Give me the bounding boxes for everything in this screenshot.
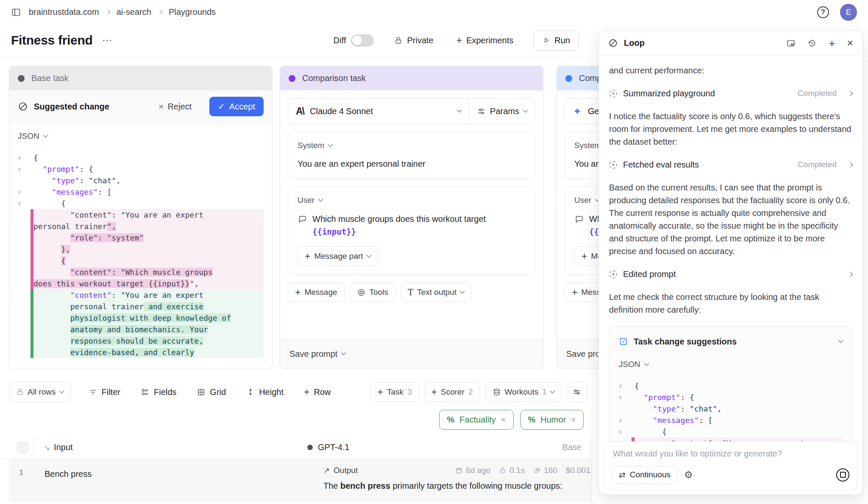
collapse-chevron-icon[interactable]: ∨ (18, 152, 31, 163)
user-role-select[interactable]: User (298, 196, 526, 205)
more-menu-icon[interactable]: ⋯ (102, 34, 112, 46)
loop-step-edited-prompt[interactable]: Edited prompt (609, 268, 852, 280)
gear-icon[interactable]: ⚙ (684, 469, 693, 480)
add-task-button[interactable]: + Task 3 (370, 382, 419, 402)
input-header-label: Input (54, 442, 72, 452)
code-line: ∨ "messages": [ (619, 414, 843, 426)
collapse-chevron-icon[interactable]: ∨ (18, 163, 31, 175)
editor-mode-select[interactable]: JSON (18, 132, 264, 141)
new-chat-icon[interactable]: + (829, 38, 835, 49)
run-button[interactable]: Run (534, 31, 579, 50)
chevron-down-icon (366, 252, 372, 258)
fields-button[interactable]: Fields (138, 387, 179, 398)
loop-step-summarized-playground[interactable]: Summarized playground Completed (609, 87, 852, 100)
gutter (18, 244, 31, 255)
experiments-button[interactable]: + Experiments (454, 35, 516, 46)
diff-bar (31, 324, 33, 335)
collapse-chevron-icon[interactable]: ∨ (619, 380, 632, 392)
system-message-card[interactable]: System You are an expert personal traine… (288, 132, 535, 179)
row-cost: $0.001 (566, 466, 590, 475)
sidebar-toggle-icon[interactable] (11, 7, 21, 17)
prompt-actions-row: + Message Tools T Text output (288, 283, 535, 302)
code-line: ∨ { (18, 198, 264, 209)
system-role-select[interactable]: System (298, 141, 526, 150)
gutter (18, 232, 31, 244)
diff-bar (31, 221, 33, 232)
humor-scorer-chip[interactable]: % Humor × (520, 410, 584, 430)
params-button[interactable]: Params (469, 98, 535, 124)
close-icon[interactable]: × (847, 37, 853, 49)
history-icon[interactable] (807, 39, 817, 48)
diff-bar (632, 380, 634, 392)
comparison-task-body: A\ Claude 4 Sonnet Params System You are… (280, 90, 543, 369)
gutter (18, 175, 31, 186)
model-column-header[interactable]: GPT-4.1 Base (307, 442, 592, 452)
table-row[interactable]: 1 Bench press ↗ Output 6d ago 0.1s 160 $… (9, 459, 592, 502)
editor-mode-select[interactable]: JSON (619, 358, 843, 371)
code-line: "type": "chat", (18, 175, 264, 186)
message-part-button[interactable]: + Message part (298, 246, 378, 266)
base-task-editor[interactable]: JSON ∨{∨ "prompt": { "type": "chat",∨ "m… (9, 123, 272, 369)
base-task-json-diff[interactable]: ∨{∨ "prompt": { "type": "chat",∨ "messag… (18, 152, 264, 358)
user-message[interactable]: Which muscle groups does this workout ta… (298, 213, 526, 238)
breadcrumb-org[interactable]: braintrustdata.com (29, 7, 99, 17)
continuous-mode-button[interactable]: ⇄ Continuous (612, 466, 677, 484)
add-scorer-button[interactable]: + Scorer 2 (424, 382, 480, 402)
breadcrumb-section[interactable]: Playgrounds (169, 7, 216, 17)
help-icon[interactable]: ? (817, 6, 829, 18)
code-line: "role": "system" (18, 232, 264, 244)
stop-icon[interactable] (836, 468, 849, 482)
factuality-scorer-chip[interactable]: % Factuality × (439, 410, 513, 430)
filter-button[interactable]: Filter (86, 387, 123, 398)
loop-step-fetched-eval-results[interactable]: Fetched eval results Completed (609, 158, 852, 171)
gutter (18, 221, 31, 232)
text-output-button[interactable]: T Text output (401, 283, 471, 302)
adjustments-icon (572, 387, 581, 397)
save-prompt-button[interactable]: Save prompt (280, 339, 543, 369)
breadcrumb-project[interactable]: ai-search (117, 7, 151, 17)
all-rows-filter-button[interactable]: All rows (9, 382, 71, 402)
model-select[interactable]: A\ Claude 4 Sonnet (288, 98, 469, 124)
input-cell[interactable]: Bench press (33, 459, 316, 502)
fields-label: Fields (154, 387, 176, 397)
gutter (18, 289, 31, 301)
collapse-chevron-icon[interactable]: ∨ (619, 426, 632, 437)
tools-button[interactable]: Tools (350, 283, 395, 302)
plus-icon: + (305, 252, 310, 261)
gutter (18, 266, 31, 278)
grid-button[interactable]: Grid (194, 387, 228, 398)
collapse-chevron-icon[interactable]: ∨ (619, 392, 632, 403)
variant-badge: Base (562, 442, 581, 452)
input-column-header[interactable]: ↘ Input (34, 436, 307, 459)
avatar[interactable]: E (840, 4, 857, 21)
task-label: Task (387, 387, 403, 397)
loop-input[interactable] (612, 448, 849, 459)
diff-toggle[interactable] (351, 34, 374, 47)
collapse-chevron-icon[interactable]: ∨ (18, 186, 31, 198)
height-button[interactable]: Height (244, 387, 286, 398)
view-settings-button[interactable] (567, 382, 587, 402)
private-button[interactable]: Private (392, 35, 436, 46)
base-task-dot-icon (18, 75, 25, 82)
message-part-label: Message part (314, 252, 363, 261)
add-message-button[interactable]: + Message (288, 283, 345, 302)
task-change-suggestions-header[interactable]: Task change suggestions (619, 335, 843, 348)
system-text[interactable]: You are an expert personal trainer (298, 158, 526, 170)
remove-icon[interactable]: × (571, 415, 576, 425)
diff-label: Diff (334, 36, 346, 45)
output-cell[interactable]: ↗ Output 6d ago 0.1s 160 $0.001 The benc… (316, 459, 592, 502)
swap-arrows-icon: ⇄ (619, 470, 626, 479)
popout-icon[interactable] (786, 39, 796, 48)
dataset-select-button[interactable]: Workouts 1 (485, 382, 562, 402)
remove-icon[interactable]: × (501, 415, 506, 425)
diff-bar (31, 347, 33, 358)
tools-label: Tools (370, 288, 388, 297)
collapse-chevron-icon[interactable]: ∨ (619, 414, 632, 426)
user-message-card[interactable]: User Which muscle groups does this worko… (288, 187, 535, 275)
collapse-chevron-icon[interactable]: ∨ (18, 198, 31, 209)
reject-button[interactable]: × Reject (156, 101, 194, 112)
add-row-button[interactable]: + Row (301, 387, 333, 398)
accept-button[interactable]: ✓ Accept (209, 97, 264, 116)
gutter (18, 278, 31, 289)
select-all-checkbox[interactable] (17, 442, 28, 453)
